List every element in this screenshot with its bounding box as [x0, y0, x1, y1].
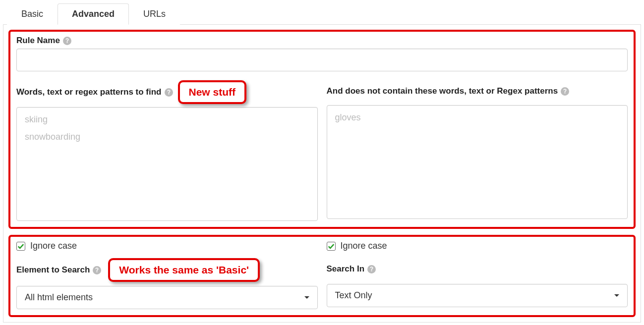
element-to-search-value: All html elements — [25, 292, 93, 303]
exclude-tag-area[interactable]: gloves — [327, 105, 628, 219]
left-options: Ignore case Element to Search Works the … — [16, 241, 318, 309]
left-ignore-case-checkbox[interactable] — [16, 242, 25, 251]
rule-name-input[interactable] — [16, 49, 628, 71]
include-column: Words, text or regex patterns to find Ne… — [16, 80, 318, 221]
annotation-callout-new-stuff: New stuff — [178, 80, 247, 104]
exclude-label: And does not contain these words, text o… — [327, 86, 570, 96]
help-icon[interactable] — [63, 37, 71, 45]
include-tag[interactable]: skiing — [25, 114, 309, 125]
annotation-works-basic-region: Ignore case Element to Search Works the … — [8, 235, 636, 317]
tab-advanced[interactable]: Advanced — [58, 3, 129, 25]
include-tag-area[interactable]: skiing snowboarding — [16, 107, 318, 221]
exclude-tag[interactable]: gloves — [335, 112, 620, 123]
annotation-callout-works-basic: Works the same as 'Basic' — [108, 258, 260, 282]
help-icon[interactable] — [561, 87, 569, 96]
help-icon[interactable] — [367, 265, 376, 273]
help-icon[interactable] — [165, 88, 173, 97]
right-ignore-case-label: Ignore case — [341, 241, 387, 251]
element-to-search-select[interactable]: All html elements — [16, 286, 318, 309]
exclude-column: And does not contain these words, text o… — [327, 80, 628, 221]
element-to-search-label: Element to Search — [16, 265, 101, 275]
tab-basic[interactable]: Basic — [7, 3, 58, 25]
chevron-down-icon — [304, 296, 309, 299]
annotation-new-stuff-region: Rule Name Words, text or regex patterns … — [8, 30, 636, 229]
search-in-select[interactable]: Text Only — [327, 284, 628, 307]
chevron-down-icon — [614, 294, 619, 297]
include-label: Words, text or regex patterns to find — [16, 87, 173, 97]
tabs: Basic Advanced URLs — [3, 3, 641, 25]
right-ignore-case-checkbox[interactable] — [327, 242, 336, 251]
right-options: Ignore case Search In Text Only — [327, 241, 628, 309]
include-tag[interactable]: snowboarding — [25, 132, 309, 142]
tab-panel-advanced: Rule Name Words, text or regex patterns … — [3, 25, 641, 323]
tab-urls[interactable]: URLs — [129, 3, 180, 25]
search-in-label: Search In — [327, 264, 376, 274]
search-in-value: Text Only — [335, 290, 372, 301]
rule-name-label: Rule Name — [16, 36, 628, 46]
help-icon[interactable] — [93, 266, 101, 274]
left-ignore-case-label: Ignore case — [30, 241, 77, 251]
